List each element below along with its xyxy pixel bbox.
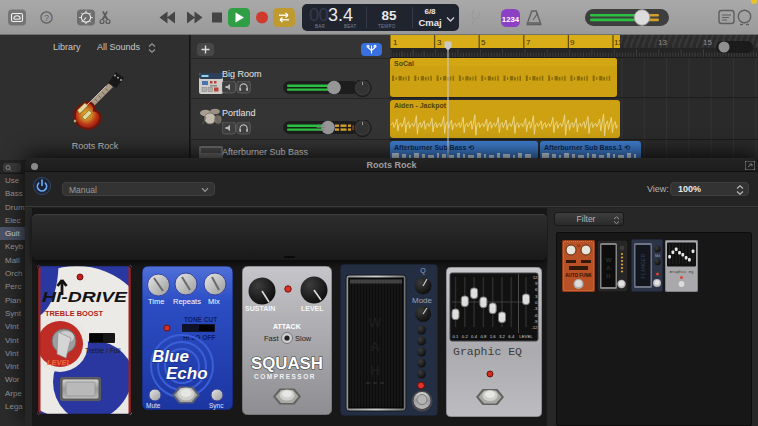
svg-text:Time: Time [148, 297, 164, 306]
svg-text:5: 5 [481, 38, 486, 47]
svg-text:A: A [370, 339, 380, 354]
svg-text:FLANGER: FLANGER [641, 253, 646, 278]
svg-text:Aiden - Jackpot: Aiden - Jackpot [394, 102, 447, 110]
svg-text:9: 9 [570, 38, 575, 47]
svg-text:TREBLE BOOST: TREBLE BOOST [45, 309, 103, 318]
svg-text:Afterburner Sub Bass ⟲: Afterburner Sub Bass ⟲ [394, 144, 474, 151]
svg-text:-12: -12 [531, 325, 538, 330]
svg-text:-9: -9 [534, 319, 538, 324]
svg-text:7: 7 [526, 38, 531, 47]
svg-text:Echo: Echo [166, 364, 208, 383]
svg-text:COMPRESSOR: COMPRESSOR [254, 373, 316, 380]
svg-text:A: A [606, 265, 611, 271]
svg-text:11: 11 [614, 38, 623, 47]
svg-text:Mix: Mix [208, 297, 220, 306]
svg-text:13: 13 [658, 38, 667, 47]
svg-text:15: 15 [703, 38, 712, 47]
svg-text:Repeats: Repeats [173, 297, 201, 306]
svg-text:3.2: 3.2 [499, 334, 506, 339]
svg-text:TONE CUT: TONE CUT [184, 316, 217, 323]
svg-text:Graphic EQ: Graphic EQ [669, 270, 694, 274]
svg-text:0.2: 0.2 [462, 334, 469, 339]
svg-text:ATTACK: ATTACK [273, 323, 301, 330]
svg-text:AUTO FUNK: AUTO FUNK [565, 273, 592, 278]
svg-text:LEVEL: LEVEL [47, 358, 72, 367]
svg-text:H: H [606, 273, 610, 279]
svg-text:SQUASH: SQUASH [251, 354, 323, 373]
svg-text:1234: 1234 [502, 15, 520, 24]
svg-text:U: U [577, 243, 580, 248]
svg-text:Mute: Mute [146, 402, 161, 409]
svg-text:LEVEL: LEVEL [301, 305, 324, 312]
svg-text:H: H [370, 363, 379, 378]
svg-text:Afterburner Sub Bass.1 ⟲: Afterburner Sub Bass.1 ⟲ [544, 144, 630, 151]
svg-text:Slow: Slow [295, 334, 312, 343]
svg-text:12: 12 [533, 275, 538, 280]
svg-text:0.1: 0.1 [453, 334, 460, 339]
svg-text:-3: -3 [534, 306, 538, 311]
svg-text:0.4: 0.4 [471, 334, 478, 339]
svg-text:SUSTAIN: SUSTAIN [245, 305, 275, 312]
svg-text:3: 3 [437, 38, 442, 47]
svg-text:Mode: Mode [412, 296, 433, 305]
svg-text:Treble / Full: Treble / Full [85, 347, 121, 354]
svg-text:LEVEL: LEVEL [519, 334, 533, 339]
svg-text:1: 1 [393, 38, 398, 47]
svg-text:SoCal: SoCal [394, 60, 414, 67]
svg-text:Md: Md [655, 254, 660, 258]
svg-text:?: ? [44, 13, 49, 23]
svg-text:W: W [606, 257, 612, 263]
svg-text:HI-DRIVE: HI-DRIVE [42, 288, 128, 305]
svg-text:Graphic EQ: Graphic EQ [453, 345, 522, 358]
svg-text:-6: -6 [534, 313, 538, 318]
svg-text:Fast: Fast [264, 334, 280, 343]
svg-text:W: W [369, 315, 382, 330]
svg-text:Q: Q [420, 267, 426, 275]
svg-text:1.6: 1.6 [490, 334, 497, 339]
svg-text:0.8: 0.8 [480, 334, 487, 339]
svg-text:Sync: Sync [209, 402, 224, 410]
svg-text:6.4: 6.4 [508, 334, 515, 339]
